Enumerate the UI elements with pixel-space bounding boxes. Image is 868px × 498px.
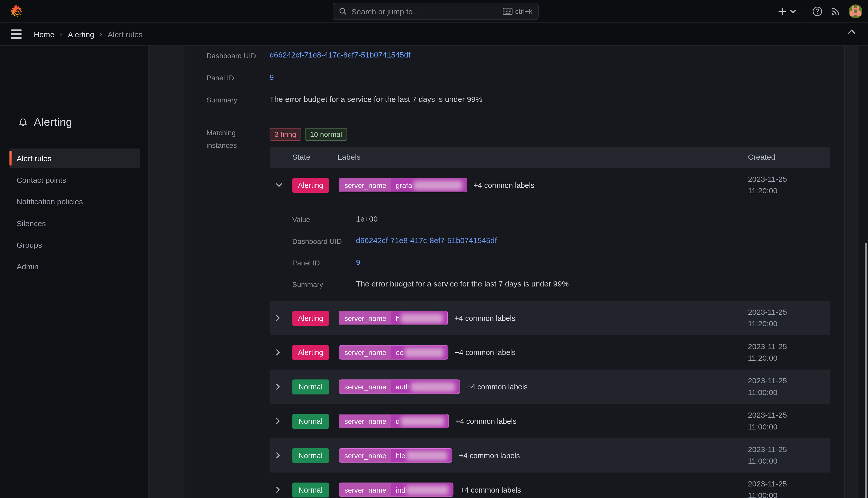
sidebar-item-silences[interactable]: Silences (10, 213, 140, 233)
redacted-value (405, 348, 443, 357)
state-badge: Alerting (293, 178, 329, 193)
common-labels-text: +4 common labels (467, 382, 528, 391)
search-placeholder: Search or jump to... (351, 7, 502, 16)
table-row[interactable]: Normal server_name ind +4 common labels … (270, 473, 830, 498)
summary-text: The error budget for a service for the l… (270, 95, 483, 104)
common-labels-text: +4 common labels (455, 314, 515, 322)
dashboard-uid-link[interactable]: d66242cf-71e8-417c-8ef7-51b0741545df (356, 236, 497, 245)
sidebar-item-notification-policies[interactable]: Notification policies (10, 192, 140, 211)
panel-id-link[interactable]: 9 (270, 73, 274, 82)
label-pill: server_name grafa (339, 178, 467, 192)
search-input[interactable]: Search or jump to... ctrl+k (333, 3, 539, 20)
redacted-value (401, 313, 443, 323)
chevron-right-icon[interactable] (276, 486, 283, 493)
chevron-right-icon[interactable] (276, 383, 283, 390)
grafana-logo-icon[interactable] (10, 4, 23, 18)
chevron-right-icon[interactable] (276, 349, 283, 356)
sidebar-item-admin[interactable]: Admin (10, 257, 140, 276)
label-key: server_name (339, 179, 391, 192)
sidebar-title: Alerting (34, 116, 72, 129)
column-header-created: Created (748, 152, 776, 161)
field-panel-id: Panel ID 9 (206, 73, 274, 82)
label-pill: server_name hle (339, 448, 452, 462)
news-rss-icon[interactable] (830, 6, 841, 17)
label-value: h (391, 311, 447, 325)
label-key: server_name (339, 311, 391, 325)
chevron-right-icon[interactable] (276, 452, 283, 459)
breadcrumb-alerting[interactable]: Alerting (68, 29, 94, 39)
label-value: grafa (391, 179, 466, 192)
state-badge: Normal (293, 448, 329, 463)
breadcrumb: Home › Alerting › Alert rules (34, 29, 143, 39)
label-value: d (391, 414, 449, 428)
breadcrumb-home[interactable]: Home (34, 29, 55, 39)
table-row[interactable]: Normal server_name hle +4 common labels … (270, 438, 830, 473)
field-label: Panel ID (293, 258, 356, 267)
breadcrumb-bar: Home › Alerting › Alert rules (0, 23, 868, 46)
sidebar-item-groups[interactable]: Groups (10, 235, 140, 254)
field-label: Dashboard UID (293, 236, 356, 245)
detail-field-dashboard-uid: Dashboard UID d66242cf-71e8-417c-8ef7-51… (293, 236, 830, 245)
user-avatar[interactable] (849, 4, 862, 18)
menu-toggle-icon[interactable] (11, 29, 22, 39)
label-pill: server_name oc (339, 345, 448, 359)
dashboard-uid-link[interactable]: d66242cf-71e8-417c-8ef7-51b0741545df (270, 50, 410, 60)
chevron-down-icon[interactable] (276, 183, 283, 187)
label-value: auth (391, 380, 460, 393)
label-value: hle (391, 449, 452, 462)
detail-field-value: Value 1e+00 (293, 214, 830, 224)
sidebar-item-label: Silences (17, 219, 46, 227)
table-row[interactable]: Alerting server_name oc +4 common labels… (270, 335, 830, 370)
common-labels-text: +4 common labels (474, 181, 534, 189)
detail-field-panel-id: Panel ID 9 (293, 258, 830, 267)
sidebar-item-label: Alert rules (17, 154, 52, 163)
keyboard-icon (502, 8, 513, 15)
bell-icon (18, 118, 28, 127)
table-row[interactable]: Normal server_name auth +4 common labels… (270, 369, 830, 404)
common-labels-text: +4 common labels (460, 486, 521, 494)
chevron-right-icon[interactable] (276, 315, 283, 322)
table-row[interactable]: Normal server_name d +4 common labels 20… (270, 404, 830, 438)
sidebar-item-label: Notification policies (17, 197, 83, 206)
common-labels-text: +4 common labels (456, 417, 516, 425)
field-summary: Summary The error budget for a service f… (206, 95, 483, 104)
field-label: Panel ID (206, 73, 270, 82)
instances-table: State Labels Created Alerting server_nam… (270, 147, 830, 498)
table-row[interactable]: Alerting server_name h +4 common labels … (270, 301, 830, 335)
redacted-value (401, 416, 444, 426)
add-button[interactable] (778, 7, 796, 16)
instance-detail: Value 1e+00 Dashboard UID d66242cf-71e8-… (270, 202, 830, 289)
normal-count-badge: 10 normal (305, 128, 347, 141)
field-label: Dashboard UID (206, 50, 270, 60)
label-value: oc (391, 346, 448, 359)
common-labels-text: +4 common labels (455, 348, 516, 356)
breadcrumb-separator: › (60, 30, 62, 38)
label-pill: server_name ind (339, 483, 453, 497)
panel-id-link[interactable]: 9 (356, 258, 361, 267)
breadcrumb-current: Alert rules (108, 29, 143, 39)
label-value: ind (391, 483, 453, 496)
label-pill: server_name h (339, 311, 448, 325)
created-cell: 2023-11-25 11:20:00 (748, 306, 787, 330)
column-header-state: State (293, 152, 311, 161)
chevron-down-icon (790, 10, 796, 13)
active-accent-bar (10, 151, 12, 166)
search-icon (339, 7, 347, 15)
created-cell: 2023-11-25 11:20:00 (748, 173, 787, 197)
sidebar-item-contact-points[interactable]: Contact points (10, 170, 140, 190)
top-nav: Search or jump to... ctrl+k (0, 0, 868, 23)
sidebar-item-label: Admin (17, 262, 39, 271)
collapse-header-icon[interactable] (847, 29, 856, 34)
vertical-scrollbar[interactable] (865, 243, 867, 498)
label-key: server_name (339, 380, 391, 393)
created-cell: 2023-11-25 11:00:00 (748, 444, 787, 467)
chevron-right-icon[interactable] (276, 418, 283, 424)
nav-divider (804, 5, 804, 17)
column-header-labels: Labels (338, 152, 361, 161)
help-icon[interactable] (812, 6, 823, 17)
grafana-app: Search or jump to... ctrl+k (0, 0, 868, 498)
field-label: Value (293, 214, 356, 224)
table-row[interactable]: Alerting server_name grafa +4 common lab… (270, 168, 830, 301)
created-cell: 2023-11-25 11:00:00 (748, 409, 787, 433)
sidebar-item-alert-rules[interactable]: Alert rules (10, 148, 140, 168)
